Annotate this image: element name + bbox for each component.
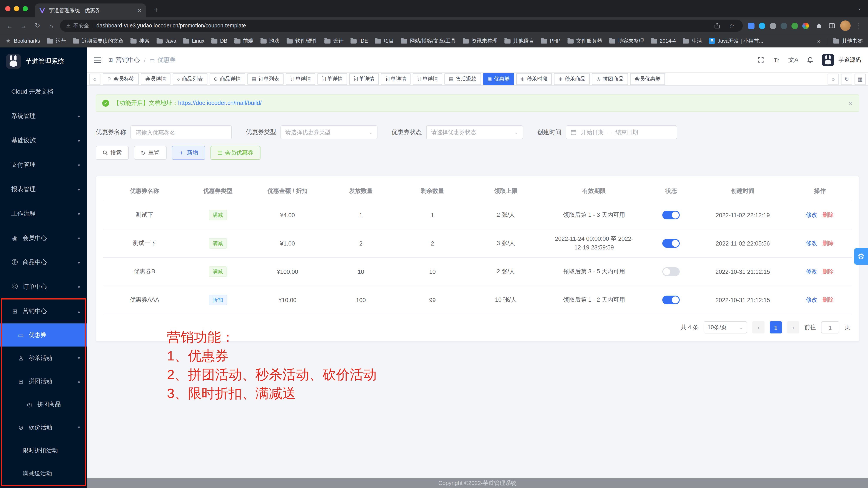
bell-icon[interactable] [806,56,814,63]
close-window-button[interactable] [5,6,10,11]
alert-doc-link[interactable]: https://doc.iocoder.cn/mall/build/ [178,100,261,106]
bookmark-item[interactable]: IDE [350,38,368,44]
security-status[interactable]: ⚠ 不安全 [66,22,89,29]
view-tab[interactable]: ▣ 优惠券 [483,73,514,85]
alert-close-icon[interactable]: ✕ [848,100,853,107]
address-bar[interactable]: ⚠ 不安全 dashboard-vue3.yudao.iocoder.cn/pr… [60,20,743,32]
bookmark-item[interactable]: 设计 [324,37,344,45]
sidebar-item[interactable]: Cloud 开发文档 [0,80,87,104]
status-toggle[interactable] [662,295,680,304]
sidebar-item[interactable]: 工作流程 ▾ [0,202,87,226]
delete-link[interactable]: 删除 [823,268,834,276]
tabs-layout-icon[interactable]: ▦ [855,74,866,85]
sidebar-item[interactable]: 系统管理 ▾ [0,104,87,128]
edit-link[interactable]: 修改 [806,296,817,304]
view-tab[interactable]: 会员详情 [141,73,170,85]
tab-close-icon[interactable]: ✕ [137,7,142,14]
sidebar-item[interactable]: ♙ 秒杀活动 ▾ [0,346,87,370]
bookmark-item[interactable]: 其他语言 [504,37,534,45]
browser-tab[interactable]: 芋道管理系统 - 优惠券 ✕ [35,3,146,18]
share-icon[interactable] [712,21,722,30]
view-tab[interactable]: 订单详情 [349,73,379,85]
delete-link[interactable]: 删除 [823,296,834,304]
bookmark-item[interactable]: 文件服务器 [567,37,602,45]
extension-icon[interactable] [748,22,754,29]
fullscreen-icon[interactable] [757,57,765,63]
prev-page-button[interactable]: ‹ [752,321,765,334]
app-logo-row[interactable]: 芋道管理系统 [0,48,87,75]
extensions-puzzle-icon[interactable] [814,21,824,30]
extension-icon[interactable] [759,22,765,29]
bookmark-item[interactable]: 软件/硬件 [286,37,318,45]
edit-link[interactable]: 修改 [806,268,817,276]
view-tab[interactable]: ⚐ 会员标签 [103,73,139,85]
view-tab[interactable]: 订单详情 [381,73,410,85]
bookmark-item[interactable]: 游戏 [260,37,280,45]
view-tab[interactable]: ▤ 订单列表 [247,73,284,85]
tabs-scroll-right-icon[interactable]: » [828,74,839,85]
menu-kebab-icon[interactable]: ⋮ [854,21,864,30]
side-panel-icon[interactable] [827,21,837,30]
bookmark-item[interactable]: Bookmarks [5,38,40,44]
breadcrumb-item-marketing[interactable]: ⊞ 营销中心 [108,56,140,64]
search-button[interactable]: 搜索 [96,146,129,160]
bookmarks-overflow-icon[interactable]: » [817,37,820,45]
goto-page-input[interactable] [821,321,839,334]
date-range-picker[interactable]: 开始日期 – 结束日期 [566,125,677,139]
bookmark-item[interactable]: DB [211,38,227,44]
view-tab[interactable]: ◷ 拼团商品 [592,73,628,85]
sidebar-item[interactable]: ▭ 优惠券 [0,323,87,346]
view-tab[interactable]: ⊕ 秒杀商品 [554,73,590,85]
sidebar-item[interactable]: 限时折扣活动 [0,439,87,462]
view-tab[interactable]: 订单详情 [317,73,347,85]
delete-link[interactable]: 删除 [823,211,834,219]
view-tab[interactable]: ⊙ 商品详情 [209,73,245,85]
bookmark-item[interactable]: 资讯未整理 [463,37,497,45]
sidebar-item[interactable]: Ⓒ 订单中心 ▾ [0,275,87,299]
status-toggle[interactable] [662,239,680,248]
sidebar-item[interactable]: ⊘ 砍价活动 ▾ [0,416,87,439]
coupon-name-input[interactable] [130,125,232,139]
sidebar-item[interactable]: ◷ 拼团商品 [0,393,87,416]
sidebar-item[interactable]: ◉ 会员中心 ▾ [0,226,87,250]
bookmark-item[interactable]: 网站/博客/文章/工具 [401,37,456,45]
sidebar-item[interactable]: ⊞ 营销中心 ▴ [0,299,87,323]
forward-button[interactable]: → [18,21,29,31]
extension-icon[interactable] [802,22,809,29]
bookmark-item[interactable]: 运营 [47,37,66,45]
edit-link[interactable]: 修改 [806,211,817,219]
bookmark-item[interactable]: 搜索 [130,37,150,45]
extension-icon[interactable] [792,22,798,29]
member-coupon-button[interactable]: ☰ 会员优惠券 [211,146,260,160]
sidebar-item[interactable]: 满减送活动 [0,462,87,485]
other-bookmarks[interactable]: 其他书签 [833,37,863,45]
tabs-scroll-left-icon[interactable]: « [89,74,100,85]
bookmark-item[interactable]: 2014-4 [651,38,676,44]
coupon-type-select[interactable]: 请选择优惠券类型 ⌄ [280,125,377,139]
add-button[interactable]: ＋ 新增 [172,146,205,160]
view-tab[interactable]: 订单详情 [413,73,442,85]
view-tab[interactable]: ○ 商品列表 [173,73,207,85]
home-button[interactable]: ⌂ [46,21,57,31]
bookmark-item[interactable]: 博客未整理 [609,37,644,45]
font-size-icon[interactable]: Tr [773,56,780,63]
bookmark-item[interactable]: 前端 [235,37,253,45]
view-tab[interactable]: 会员优惠券 [630,73,665,85]
status-toggle[interactable] [662,211,680,220]
theme-settings-button[interactable]: ⚙ [854,248,868,265]
sidebar-item[interactable]: 基础设施 ▾ [0,128,87,153]
bookmark-item[interactable]: Java [157,38,176,44]
tabs-refresh-icon[interactable]: ↻ [841,74,852,85]
next-page-button[interactable]: › [787,321,799,334]
bookmark-item[interactable]: 近期需要读的文章 [73,37,124,45]
bookmark-item[interactable]: PHP [541,38,560,44]
hamburger-icon[interactable] [94,57,101,62]
current-page-button[interactable]: 1 [770,321,782,334]
bookmark-item[interactable]: 生活 [683,37,702,45]
extension-icon[interactable] [781,22,787,29]
view-tab[interactable]: 订单详情 [286,73,315,85]
page-size-select[interactable]: 10条/页 ⌄ [704,321,747,334]
back-button[interactable]: ← [4,21,15,31]
edit-link[interactable]: 修改 [806,239,817,247]
sidebar-item[interactable]: 支付管理 ▾ [0,153,87,177]
